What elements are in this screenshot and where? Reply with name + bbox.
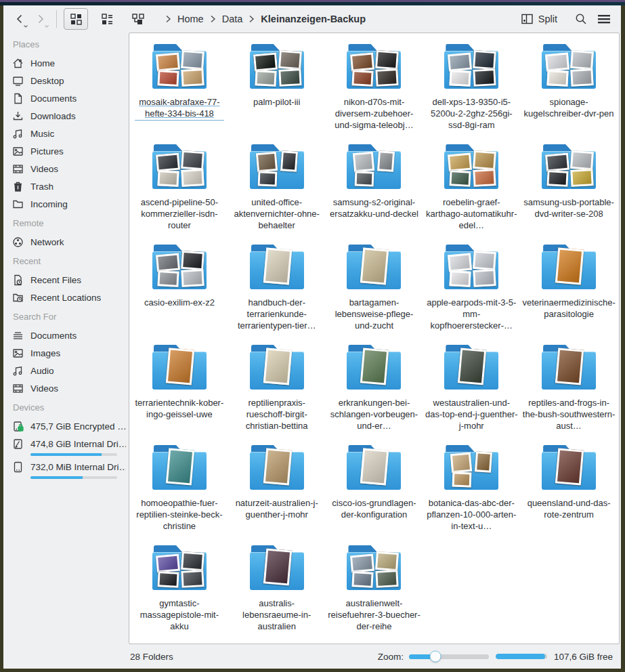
sidebar-item-pictures[interactable]: Pictures	[12, 142, 126, 160]
details-view-button[interactable]	[95, 8, 119, 30]
folder-name: veterinaermedizinische-parasitologie	[522, 297, 616, 320]
sidebar-item-home[interactable]: Home	[12, 54, 126, 72]
folder-item-samsung-s2-original-ersatzakku-und-deckel[interactable]: samsung-s2-original-ersatzakku-und-decke…	[326, 142, 423, 242]
folder-preview-thumbnail	[448, 53, 472, 72]
folder-item-terrarientechnik-kober-ingo-geissel-uwe[interactable]: terrarientechnik-kober-ingo-geissel-uwe	[131, 342, 228, 442]
breadcrumb-home[interactable]: Home	[177, 14, 204, 24]
folder-name: erkrankungen-bei-schlangen-vorbeugen-und…	[328, 397, 421, 432]
folder-name: homoeopathie-fuer-reptilien-steinke-beck…	[133, 497, 226, 532]
folder-preview-thumbnail	[166, 448, 194, 485]
folder-item-handbuch-der-terrarienkunde-terrarientypen-tier[interactable]: handbuch-der-terrarienkunde-terrarientyp…	[228, 242, 326, 342]
folder-item-cisco-ios-grundlagen-der-konfiguration[interactable]: cisco-ios-grundlagen-der-konfiguration	[326, 442, 423, 543]
folder-item-united-office-aktenvernichter-ohne-behaelter[interactable]: united-office-aktenvernichter-ohne-behae…	[228, 142, 326, 242]
sidebar-item-trash[interactable]: Trash	[12, 177, 126, 195]
folder-item-australienwelt-reisefuehrer-3-buecher-der-reihe[interactable]: australienwelt-reisefuehrer-3-buecher-de…	[326, 543, 423, 643]
zoom-slider-handle[interactable]	[429, 651, 441, 663]
sidebar-item-474-8-gib-internal-dri[interactable]: 474,8 GiB Internal Dri…	[12, 435, 126, 453]
folder-item-palm-pilot-iii[interactable]: palm-pilot-iii	[228, 41, 326, 142]
folder-preview-thumbnail	[263, 548, 291, 585]
folder-item-homoeopathie-fuer-reptilien-steinke-beck-christine[interactable]: homoeopathie-fuer-reptilien-steinke-beck…	[131, 442, 228, 543]
folder-preview-thumbnail	[157, 571, 179, 588]
folder-item-erkrankungen-bei-schlangen-vorbeugen-und-er[interactable]: erkrankungen-bei-schlangen-vorbeugen-und…	[326, 342, 423, 442]
sidebar-item-images[interactable]: Images	[12, 344, 126, 362]
folder-preview-thumbnail	[450, 170, 471, 187]
icons-view-button[interactable]	[64, 8, 88, 30]
folder-icon	[247, 342, 307, 395]
folder-preview-thumbnail	[181, 68, 204, 87]
folder-preview-thumbnail	[256, 152, 278, 173]
sidebar-section-remote: Remote	[13, 218, 126, 228]
tree-view-button[interactable]	[126, 8, 150, 30]
sidebar-item-network[interactable]: Network	[12, 233, 126, 251]
folder-name: queensland-und-das-rote-zentrum	[522, 497, 616, 520]
sidebar-item-recent-locations[interactable]: Recent Locations	[12, 289, 126, 306]
folder-item-veterinaermedizinische-parasitologie[interactable]: veterinaermedizinische-parasitologie	[520, 242, 618, 342]
folder-preview-thumbnail	[555, 348, 584, 385]
sidebar-item-desktop[interactable]: Desktop	[12, 72, 126, 89]
folder-name: mosaik-abrafaxe-77-hefte-334-bis-418	[133, 96, 226, 119]
sidebar-item-label: Pictures	[30, 146, 64, 156]
folders-count: 28 Folders	[130, 652, 173, 662]
sidebar-item-audio[interactable]: Audio	[12, 362, 126, 379]
folder-icon	[539, 342, 599, 395]
sidebar-item-label: Trash	[30, 182, 53, 192]
folder-item-queensland-und-das-rote-zentrum[interactable]: queensland-und-das-rote-zentrum	[520, 442, 618, 543]
split-button-label: Split	[538, 14, 557, 24]
breadcrumb-current-folder[interactable]: Kleinanzeigen-Backup	[261, 14, 366, 24]
music-icon	[12, 364, 24, 377]
folder-item-botanica-das-abc-der-pflanzen-10-000-arten-in-text-u[interactable]: botanica-das-abc-der-pflanzen-10-000-art…	[423, 442, 520, 543]
sidebar-item-downloads[interactable]: Downloads	[12, 107, 126, 125]
folder-item-ascend-pipeline-50-kommerzieller-isdn-router[interactable]: ascend-pipeline-50-kommerzieller-isdn-ro…	[131, 142, 228, 242]
back-button[interactable]	[10, 9, 28, 28]
folder-clock-icon	[12, 291, 24, 303]
folder-item-westaustralien-und-das-top-end-j-guenther-j-mohr[interactable]: westaustralien-und-das-top-end-j-guenthe…	[423, 342, 520, 442]
folder-item-apple-earpods-mit-3-5-mm-kopfhoererstecker[interactable]: apple-earpods-mit-3-5-mm-kopfhoerersteck…	[423, 242, 520, 342]
folder-preview-thumbnail	[263, 247, 291, 285]
folder-item-nikon-d70s-mit-diversem-zubehoer-und-sigma-teleobj[interactable]: nikon-d70s-mit-diversem-zubehoer-und-sig…	[326, 41, 423, 142]
folder-item-mosaik-abrafaxe-77-hefte-334-bis-418[interactable]: mosaik-abrafaxe-77-hefte-334-bis-418	[131, 41, 228, 142]
folder-preview-thumbnail	[156, 153, 180, 172]
folder-item-naturzeit-australien-j-guenther-j-mohr[interactable]: naturzeit-australien-j-guenther-j-mohr	[228, 442, 326, 543]
folder-item-spionage-kugelschreiber-dvr-pen[interactable]: spionage-kugelschreiber-dvr-pen	[520, 41, 618, 142]
breadcrumb-data[interactable]: Data	[222, 14, 243, 24]
chevron-left-icon	[14, 14, 25, 24]
folder-item-casio-exilim-ex-z2[interactable]: casio-exilim-ex-z2	[131, 242, 228, 342]
sidebar-item-732-0-mib-internal-dri[interactable]: 732,0 MiB Internal Dri…	[12, 458, 126, 476]
hamburger-menu-icon	[597, 14, 611, 24]
sidebar-item-videos[interactable]: Videos	[12, 379, 126, 397]
folder-preview-thumbnail	[352, 571, 374, 588]
menu-button[interactable]	[594, 9, 614, 29]
folder-preview-thumbnail	[181, 251, 204, 270]
folder-item-australis-lebensraeume-in-australien[interactable]: australis-lebensraeume-in-australien	[228, 543, 326, 643]
sidebar-item-music[interactable]: Music	[12, 125, 126, 142]
folder-icon	[247, 142, 307, 194]
sidebar-item-recent-files[interactable]: Recent Files	[12, 271, 126, 289]
folder-preview-thumbnail	[360, 247, 389, 285]
folder-item-roebelin-graef-karthago-automatikuhr-edel[interactable]: roebelin-graef-karthago-automatikuhr-ede…	[423, 142, 520, 242]
sidebar-item-documents[interactable]: Documents	[12, 327, 126, 344]
folder-item-reptiles-and-frogs-in-the-bush-southwestern-aust[interactable]: reptiles-and-frogs-in-the-bush-southwest…	[520, 342, 618, 442]
folder-icon	[150, 442, 209, 495]
folder-item-reptilienpraxis-rueschoff-birgit-christian-bettina[interactable]: reptilienpraxis-rueschoff-birgit-christi…	[228, 342, 326, 442]
folder-item-samsung-usb-portable-dvd-writer-se-208[interactable]: samsung-usb-portable-dvd-writer-se-208	[520, 142, 618, 242]
sidebar-item-475-7-gib-encrypted[interactable]: 475,7 GiB Encrypted …	[12, 417, 126, 435]
split-button[interactable]: Split	[521, 14, 557, 24]
forward-button[interactable]	[31, 9, 49, 28]
sidebar-item-incoming[interactable]: Incoming	[12, 195, 126, 213]
folder-icon	[150, 242, 209, 295]
folder-preview-thumbnail	[450, 270, 471, 287]
zoom-slider[interactable]	[409, 654, 489, 659]
search-button[interactable]	[571, 9, 591, 29]
folder-preview-thumbnail	[473, 150, 496, 170]
folder-preview-thumbnail	[350, 554, 374, 573]
folder-item-bartagamen-lebensweise-pflege-und-zucht[interactable]: bartagamen-lebensweise-pflege-und-zucht	[326, 242, 423, 342]
sidebar-item-videos[interactable]: Videos	[12, 160, 126, 177]
device-usage-bar	[30, 476, 117, 479]
folder-item-gymtastic-massagepistole-mit-akku[interactable]: gymtastic-massagepistole-mit-akku	[131, 543, 228, 643]
sidebar-item-documents[interactable]: Documents	[12, 89, 126, 107]
folder-icon	[150, 142, 209, 194]
folder-item-dell-xps-13-9350-i5-5200u-2-2ghz-256gi-ssd-8gi-ram[interactable]: dell-xps-13-9350-i5-5200u-2-2ghz-256gi-s…	[423, 41, 520, 142]
folder-name: reptiles-and-frogs-in-the-bush-southwest…	[522, 397, 616, 432]
folder-preview-thumbnail	[458, 348, 486, 385]
sidebar-item-label: 475,7 GiB Encrypted …	[30, 421, 126, 432]
